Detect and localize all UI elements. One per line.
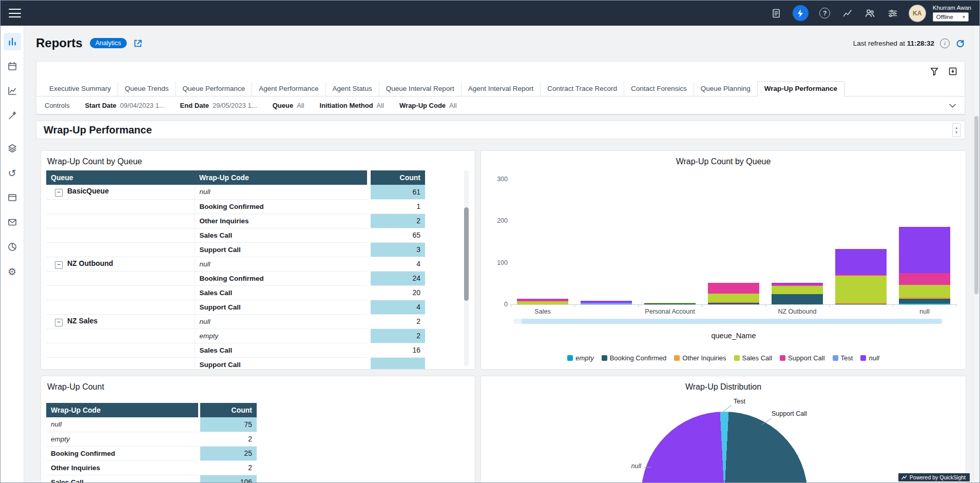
filter-icon[interactable] [930, 67, 939, 76]
info-icon[interactable]: i [940, 38, 950, 48]
table-row[interactable]: −BasicQueuenull61 [46, 185, 425, 199]
tab-queue-planning[interactable]: Queue Planning [694, 82, 757, 96]
bar-unlabeled-3[interactable] [708, 283, 759, 304]
tab-agent-performance[interactable]: Agent Performance [252, 82, 325, 96]
scrollbar-thumb[interactable] [974, 116, 978, 294]
legend-item-sales-call[interactable]: Sales Call [734, 354, 773, 362]
legend-item-empty[interactable]: empty [567, 354, 593, 362]
bar-segment-null[interactable] [899, 227, 950, 273]
hamburger-menu-button[interactable] [9, 9, 21, 17]
filter-start-date[interactable]: Start Date09/04/2023 1... [85, 102, 164, 109]
help-icon[interactable]: ? [819, 7, 831, 20]
filter-end-date[interactable]: End Date29/05/2023 1... [180, 102, 257, 109]
refresh-icon[interactable] [955, 38, 965, 48]
chart-scrollbar[interactable] [513, 319, 943, 324]
tab-contact-forensics[interactable]: Contact Forensics [624, 82, 694, 96]
table-row[interactable]: Support Call3 [46, 242, 425, 257]
table-row[interactable]: −NZ Outboundnull4 [46, 257, 425, 271]
sidebar-item-bar-chart[interactable] [4, 33, 21, 50]
bar-segment-null[interactable] [835, 249, 887, 275]
metrics-icon[interactable] [841, 7, 854, 20]
table-row[interactable]: null75 [46, 417, 257, 432]
bar-segment-booking-confirmed[interactable] [644, 303, 696, 304]
bar-segment-booking-confirmed[interactable] [708, 303, 759, 304]
table-row[interactable]: empty2 [46, 432, 257, 446]
release-notes-icon[interactable] [770, 7, 782, 20]
settings-sliders-icon[interactable] [887, 7, 899, 20]
legend-item-booking-confirmed[interactable]: Booking Confirmed [602, 354, 667, 362]
table-row[interactable]: −NZ Salesnull2 [46, 314, 425, 329]
filter-initiation-method[interactable]: Initiation MethodAll [320, 102, 384, 109]
bar-segment-sales-call[interactable] [899, 285, 950, 297]
bar-segment-empty[interactable] [899, 303, 950, 304]
bar-unlabeled-5[interactable] [835, 249, 887, 304]
bar-segment-sales-call[interactable] [517, 301, 568, 305]
table-row[interactable]: Sales Call16 [46, 343, 425, 357]
tab-queue-performance[interactable]: Queue Performance [176, 82, 252, 96]
pie-chart[interactable] [641, 412, 808, 482]
table-row[interactable]: Sales Call20 [46, 285, 425, 300]
tab-queue-trends[interactable]: Queue Trends [118, 82, 176, 96]
external-link-icon[interactable] [133, 38, 143, 48]
table-row[interactable]: Sales Call106 [46, 475, 257, 482]
bar-personal-account[interactable] [644, 303, 696, 304]
bar-segment-booking-confirmed[interactable] [835, 304, 887, 305]
bar-sales[interactable] [517, 299, 568, 304]
sidebar-item-pie-chart[interactable] [4, 238, 21, 256]
legend-item-test[interactable]: Test [833, 354, 853, 362]
table-row[interactable]: Booking Confirmed1 [46, 199, 425, 214]
scrollbar-thumb[interactable] [522, 319, 941, 324]
tab-agent-status[interactable]: Agent Status [325, 82, 379, 96]
table-row[interactable]: Sales Call65 [46, 228, 425, 242]
bar-segment-booking-confirmed[interactable] [899, 299, 950, 304]
collapse-toggle[interactable]: − [55, 319, 63, 326]
tab-agent-interval-report[interactable]: Agent Interval Report [461, 82, 541, 96]
page-scrollbar[interactable] [973, 26, 979, 482]
legend-item-null[interactable]: null [860, 354, 879, 362]
sidebar-item-history[interactable]: ↺ [4, 164, 21, 182]
bar-nz-outbound[interactable] [772, 283, 823, 304]
table-scrollbar[interactable] [464, 170, 469, 366]
bar-segment-sales-call[interactable] [835, 276, 887, 303]
tab-contract-trace-record[interactable]: Contract Trace Record [540, 82, 624, 96]
table-row[interactable]: Support Call [46, 357, 425, 370]
table-row[interactable]: Support Call4 [46, 300, 425, 314]
collapse-toggle[interactable]: − [55, 189, 63, 197]
lightning-icon[interactable] [793, 5, 809, 21]
bar-segment-sales-call[interactable] [708, 294, 759, 302]
table-row[interactable]: Other Inquiries2 [46, 214, 425, 228]
legend-item-other-inquiries[interactable]: Other Inquiries [674, 354, 726, 362]
table-row[interactable]: empty2 [46, 329, 425, 343]
tab-queue-interval-report[interactable]: Queue Interval Report [379, 82, 461, 96]
tab-wrap-up-performance[interactable]: Wrap-Up Performance [757, 81, 844, 96]
legend-item-support-call[interactable]: Support Call [780, 354, 825, 362]
sidebar-item-layers[interactable] [4, 140, 21, 157]
bar-segment-booking-confirmed[interactable] [772, 294, 823, 304]
table-row[interactable]: Booking Confirmed24 [46, 271, 425, 285]
filter-queue[interactable]: QueueAll [273, 102, 304, 109]
bar-segment-test[interactable] [581, 303, 632, 304]
sheet-scroller[interactable]: ▴▾ [952, 123, 960, 137]
users-icon[interactable] [864, 7, 876, 20]
scrollbar-thumb[interactable] [464, 207, 469, 301]
chevron-down-icon[interactable] [949, 103, 956, 109]
status-dropdown[interactable]: Offline ▾ [933, 12, 969, 22]
table-row[interactable]: Other Inquiries2 [46, 460, 257, 475]
bar-unlabeled-1[interactable] [581, 301, 632, 304]
collapse-icon[interactable] [948, 67, 957, 76]
sidebar-item-mail[interactable] [4, 214, 21, 231]
filter-wrap-up-code[interactable]: Wrap-Up CodeAll [399, 102, 457, 109]
sidebar-item-calendar[interactable] [4, 57, 21, 75]
bar-segment-support-call[interactable] [708, 283, 759, 294]
tab-executive-summary[interactable]: Executive Summary [43, 82, 118, 96]
sidebar-item-window[interactable] [4, 189, 21, 206]
sidebar-item-gear[interactable]: ⚙ [4, 263, 21, 280]
bar-null[interactable] [899, 227, 950, 304]
table-row[interactable]: Booking Confirmed25 [46, 446, 257, 460]
sidebar-item-line-chart[interactable] [4, 82, 21, 100]
sidebar-item-sparkle-wand[interactable] [4, 107, 21, 124]
bar-segment-support-call[interactable] [899, 273, 950, 285]
collapse-toggle[interactable]: − [55, 261, 63, 269]
bar-segment-sales-call[interactable] [772, 286, 823, 294]
avatar[interactable]: KA [909, 5, 926, 22]
